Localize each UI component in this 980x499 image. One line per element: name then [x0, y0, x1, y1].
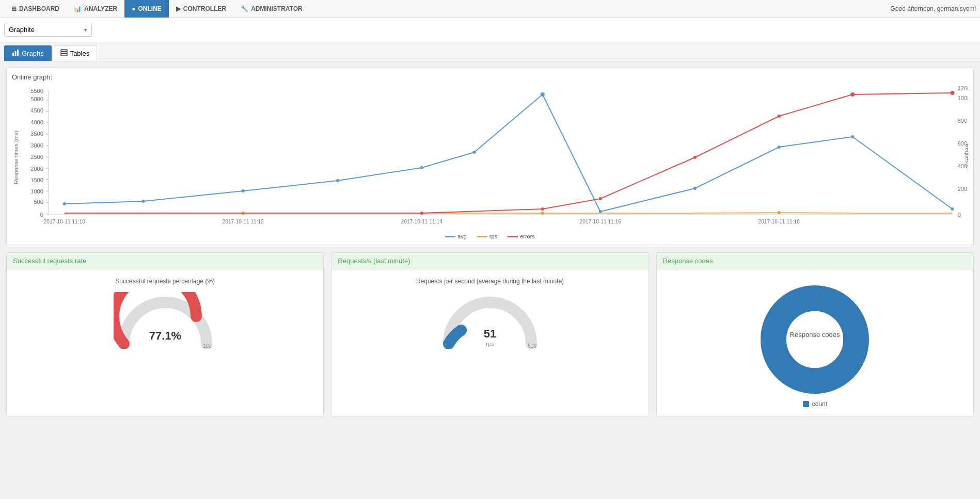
svg-point-64: [599, 197, 602, 200]
svg-text:2017-10-11 11:10: 2017-10-11 11:10: [44, 219, 86, 224]
play-icon: ▶: [176, 5, 181, 12]
legend-errors: errors: [508, 233, 535, 239]
success-gauge: 77.1% 0 100: [114, 292, 217, 349]
svg-point-60: [541, 212, 544, 215]
dropdown-row: Graphite: [0, 18, 980, 42]
svg-text:2017-10-11 11:18: 2017-10-11 11:18: [758, 219, 800, 224]
svg-text:0: 0: [40, 212, 43, 218]
donut-wrap: Response codes 100.0% count: [758, 283, 872, 408]
svg-point-57: [951, 207, 954, 211]
svg-point-56: [851, 135, 854, 138]
legend-rps: rps: [477, 233, 497, 239]
panel-success-header: Successful requests rate: [7, 253, 323, 269]
gauge-min: 0: [119, 343, 122, 349]
grid-icon: ⊞: [11, 5, 17, 12]
svg-rect-1: [15, 51, 17, 56]
chart-legend: avg rps errors: [12, 233, 968, 239]
svg-text:0: 0: [958, 212, 961, 218]
svg-text:2017-10-11 11:12: 2017-10-11 11:12: [223, 219, 264, 224]
svg-text:200: 200: [958, 186, 968, 192]
svg-text:*: *: [958, 88, 960, 94]
svg-text:1000: 1000: [30, 188, 43, 195]
svg-text:2017-10-11 11:16: 2017-10-11 11:16: [580, 219, 622, 224]
count-legend-dot: [803, 401, 809, 407]
main-chart-svg: 0 500 1000 1500 2000 2500 3000 3500 4000…: [12, 85, 968, 230]
svg-point-52: [541, 92, 545, 96]
svg-point-51: [472, 151, 476, 154]
nav-online[interactable]: ● ONLINE: [124, 0, 169, 18]
svg-text:4000: 4000: [30, 119, 43, 125]
nav-controller[interactable]: ▶ CONTROLLER: [169, 0, 233, 18]
rps-gauge-svg: 51 rps: [438, 292, 542, 349]
tab-tables[interactable]: Tables: [53, 45, 98, 61]
donut-svg: Response codes 100.0%: [758, 283, 872, 396]
table-icon: [60, 49, 68, 58]
panel-success-body: Successful requests percentage (%): [7, 269, 323, 359]
avg-color: [445, 236, 455, 237]
circle-icon: ●: [132, 5, 135, 12]
svg-text:100.0%: 100.0%: [801, 343, 829, 351]
svg-point-65: [693, 156, 697, 159]
svg-text:51: 51: [484, 327, 496, 340]
svg-point-61: [778, 211, 781, 214]
panel-rps-subtitle: Requests per second (average during the …: [416, 278, 564, 285]
chart-icon: [12, 49, 19, 58]
svg-rect-0: [12, 53, 14, 56]
svg-text:2500: 2500: [30, 154, 43, 160]
svg-point-63: [541, 207, 544, 211]
bar-icon: 📊: [74, 5, 82, 12]
gauge-max: 100: [203, 343, 212, 349]
svg-text:Response codes: Response codes: [790, 331, 840, 339]
nav-dashboard[interactable]: ⊞ DASHBOARD: [4, 0, 67, 18]
tabs-row: Graphs Tables: [0, 42, 980, 61]
svg-point-62: [420, 212, 423, 215]
graphite-select[interactable]: Graphite: [4, 23, 92, 37]
svg-text:Response times (ms): Response times (ms): [13, 131, 19, 184]
svg-point-73: [786, 311, 843, 368]
tab-graphs[interactable]: Graphs: [4, 45, 52, 61]
panel-response-codes-body: Response codes 100.0% count: [657, 269, 973, 416]
svg-rect-4: [61, 52, 67, 53]
svg-point-47: [141, 200, 145, 203]
panel-success-rate: Successful requests rate Successful requ…: [6, 252, 324, 416]
panel-rps: Requests/s (last minute) Requests per se…: [331, 252, 649, 416]
svg-point-50: [420, 166, 423, 169]
svg-rect-3: [61, 50, 67, 51]
rps-gauge: 51 rps 0 500: [438, 292, 542, 349]
success-gauge-svg: 77.1%: [114, 292, 217, 349]
svg-text:1000: 1000: [958, 95, 968, 101]
svg-text:77.1%: 77.1%: [149, 329, 181, 342]
rps-gauge-max: 500: [528, 343, 536, 349]
wrench-icon: 🔧: [241, 5, 248, 12]
panels-row: Successful requests rate Successful requ…: [6, 252, 974, 416]
svg-point-55: [778, 146, 781, 149]
nav-analyzer[interactable]: 📊 ANALYZER: [67, 0, 124, 18]
svg-text:5000: 5000: [30, 96, 43, 102]
svg-text:3500: 3500: [30, 131, 43, 137]
panel-response-codes-header: Response codes: [657, 253, 973, 269]
svg-text:rps: rps: [486, 341, 494, 347]
panel-success-subtitle: Successful requests percentage (%): [115, 278, 215, 285]
svg-point-68: [950, 91, 954, 95]
nav-administrator[interactable]: 🔧 ADMINISTRATOR: [233, 0, 310, 18]
rps-color: [477, 236, 487, 237]
svg-text:4500: 4500: [30, 107, 43, 114]
svg-point-48: [242, 189, 245, 192]
svg-point-66: [778, 115, 781, 118]
panel-rps-body: Requests per second (average during the …: [331, 269, 648, 359]
svg-text:3000: 3000: [30, 142, 43, 149]
online-graph-card: Online graph: 0 500 1000 1500 2000 2500: [6, 68, 974, 245]
svg-point-54: [693, 187, 697, 190]
svg-text:2000: 2000: [30, 166, 43, 172]
main-content: Online graph: 0 500 1000 1500 2000 2500: [0, 61, 980, 423]
svg-text:2017-10-11 11:14: 2017-10-11 11:14: [401, 219, 443, 224]
svg-point-67: [850, 92, 855, 96]
svg-text:5500: 5500: [30, 88, 43, 94]
svg-point-46: [63, 202, 66, 205]
panel-rps-header: Requests/s (last minute): [331, 253, 648, 269]
chart-container: 0 500 1000 1500 2000 2500 3000 3500 4000…: [12, 85, 968, 231]
top-navigation: ⊞ DASHBOARD 📊 ANALYZER ● ONLINE ▶ CONTRO…: [0, 0, 980, 18]
donut-legend-count: count: [803, 400, 827, 408]
svg-text:1500: 1500: [30, 177, 43, 183]
panel-response-codes: Response codes Response codes 100.0% cou…: [656, 252, 974, 416]
